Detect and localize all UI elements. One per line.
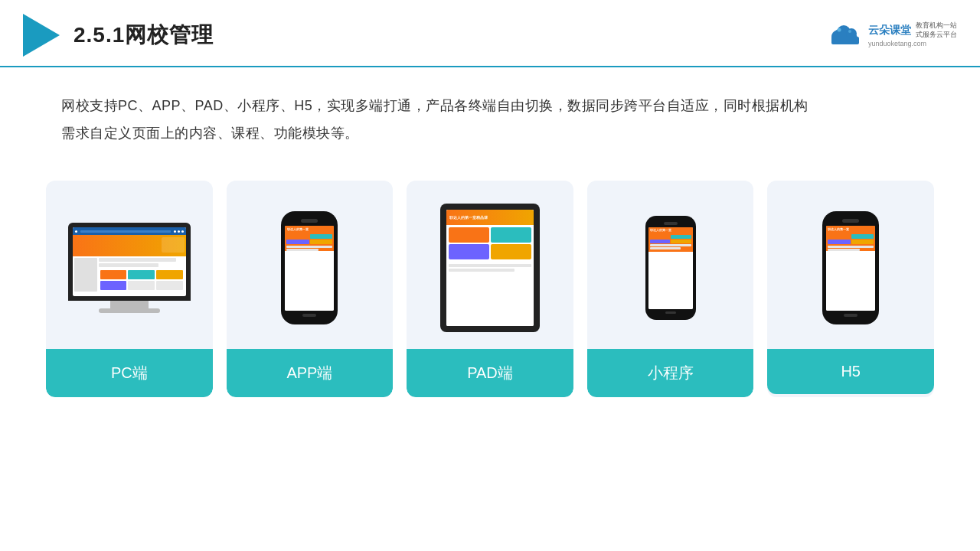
h5-image-area: 职达人的第一堂: [767, 181, 934, 349]
page-title: 2.5.1网校管理: [74, 21, 214, 50]
pc-label: PC端: [46, 349, 213, 397]
svg-point-5: [838, 28, 841, 32]
pc-device-mock: [68, 223, 191, 313]
card-pc: PC端: [46, 181, 213, 397]
card-h5: 职达人的第一堂: [767, 181, 934, 397]
phone-device-mock: 职达人的第一堂: [281, 211, 338, 324]
app-label: APP端: [227, 349, 394, 397]
header-left: 2.5.1网校管理: [23, 14, 214, 57]
card-pad: 职达人的第一堂精品课: [407, 181, 573, 397]
app-image-area: 职达人的第一堂: [227, 181, 394, 349]
brand-url: yunduoketang.com: [868, 39, 957, 49]
brand-logo: 云朵课堂 教育机构一站 式服务云平台 yunduoketang.com: [827, 21, 957, 49]
svg-rect-4: [831, 37, 859, 44]
miniprogram-image-area: 职达人的第一堂: [587, 181, 754, 349]
header: 2.5.1网校管理 云朵课堂 教育机构一: [0, 0, 980, 67]
description-line1: 网校支持PC、APP、PAD、小程序、H5，实现多端打通，产品各终端自由切换，数…: [61, 92, 919, 119]
tablet-screen: 职达人的第一堂精品课: [446, 210, 534, 326]
pc-screen-inner: [73, 227, 186, 296]
pad-label: PAD端: [407, 349, 573, 397]
pc-screen-outer: [68, 223, 191, 301]
brand-slogan2: 式服务云平台: [916, 31, 957, 40]
description-line2: 需求自定义页面上的内容、课程、功能模块等。: [61, 119, 919, 147]
card-miniprogram: 职达人的第一堂: [587, 181, 754, 397]
miniprogram-label: 小程序: [587, 349, 754, 397]
cloud-icon: [827, 21, 864, 49]
logo-triangle-icon: [23, 14, 60, 57]
h5-phone-screen: 职达人的第一堂: [826, 226, 875, 311]
svg-point-6: [848, 30, 851, 33]
brand-text: 云朵课堂 教育机构一站 式服务云平台 yunduoketang.com: [868, 21, 957, 49]
mini-phone-screen: 职达人的第一堂: [648, 227, 693, 309]
device-cards-container: PC端 职达人的第一堂: [0, 159, 980, 420]
mini-phone-mock: 职达人的第一堂: [645, 216, 696, 320]
h5-phone-mock: 职达人的第一堂: [822, 211, 879, 324]
pc-image-area: [46, 181, 213, 349]
brand-slogan1: 教育机构一站: [916, 21, 957, 31]
pad-image-area: 职达人的第一堂精品课: [407, 181, 573, 349]
brand-name: 云朵课堂: [868, 23, 911, 38]
card-app: 职达人的第一堂: [227, 181, 394, 397]
header-right: 云朵课堂 教育机构一站 式服务云平台 yunduoketang.com: [827, 21, 957, 49]
h5-label: H5: [767, 349, 934, 394]
description-block: 网校支持PC、APP、PAD、小程序、H5，实现多端打通，产品各终端自由切换，数…: [0, 67, 980, 159]
phone-screen: 职达人的第一堂: [285, 226, 334, 311]
tablet-device-mock: 职达人的第一堂精品课: [440, 204, 540, 332]
